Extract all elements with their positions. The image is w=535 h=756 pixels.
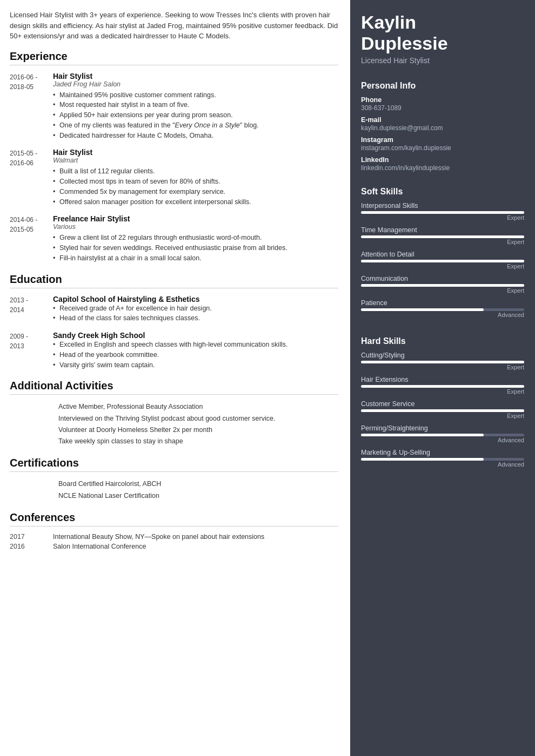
bullet-item: Head of the class for sales techniques c… [53,313,338,323]
skill-bar-bg [361,409,524,412]
entry: 2016-06 - 2018-05Hair StylistJaded Frog … [10,72,338,141]
entry-title: Hair Stylist [53,148,338,157]
bullet-item: Collected most tips in team of seven for… [53,177,338,187]
email-value: kaylin.duplessie@gmail.com [361,124,524,132]
skill-level: Advanced [361,437,524,443]
skill-bar-bg [361,260,524,262]
entry-date: 2016-06 - 2018-05 [10,72,53,141]
email-label: E-mail [361,116,524,124]
linkedin-label: LinkedIn [361,156,524,164]
skill-item: CommunicationExpert [361,275,524,294]
skill-item: Time ManagementExpert [361,226,524,245]
soft-skills-list: Interpersonal SkillsExpertTime Managemen… [361,202,524,318]
skill-item: PatienceAdvanced [361,299,524,318]
candidate-title: Licensed Hair Stylist [361,56,524,65]
skill-bar-bg [361,434,524,436]
bullet-item: Grew a client list of 22 regulars throug… [53,233,338,243]
activities-title: Additional Activities [10,380,338,395]
activities-list: Active Member, Professional Beauty Assoc… [58,401,338,447]
skill-name: Cutting/Styling [361,352,524,359]
entry-subtitle: Walmart [53,157,338,164]
activity-item: Volunteer at Doorly Homeless Shelter 2x … [58,424,338,436]
phone-value: 308-637-1089 [361,104,524,112]
skill-bar-fill [361,385,524,388]
conferences-section: Conferences 2017International Beauty Sho… [10,511,338,550]
skill-bar-fill [361,458,484,461]
experience-section: Experience 2016-06 - 2018-05Hair Stylist… [10,50,338,264]
bullet-item: Fill-in hairstylist at a chair in a smal… [53,253,338,264]
skill-bar-bg [361,284,524,287]
summary-text: Licensed Hair Stylist with 3+ years of e… [10,10,338,42]
skill-bar-fill [361,434,484,436]
skill-bar-fill [361,409,524,412]
skill-level: Expert [361,413,524,419]
skill-item: Perming/StraighteningAdvanced [361,424,524,443]
skill-name: Attention to Detail [361,251,524,258]
experience-entries: 2016-06 - 2018-05Hair StylistJaded Frog … [10,72,338,264]
entry-content: Freelance Hair StylistVariousGrew a clie… [53,214,338,263]
skill-name: Hair Extensions [361,376,524,383]
entry-bullets: Grew a client list of 22 regulars throug… [53,233,338,263]
bullet-item: Applied 50+ hair extensions per year dur… [53,110,338,120]
bullet-item: One of my clients was featured in the "E… [53,120,338,131]
skill-bar-fill [361,235,524,238]
personal-info-title: Personal Info [361,81,524,91]
skill-level: Expert [361,263,524,269]
skill-level: Expert [361,364,524,370]
entry-content: Sandy Creek High SchoolExcelled in Engli… [53,331,338,370]
skill-item: Customer ServiceExpert [361,400,524,419]
hard-skills-list: Cutting/StylingExpertHair ExtensionsExpe… [361,352,524,468]
certifications-list: Board Certified Haircolorist, ABCHNCLE N… [58,478,338,502]
bullet-item: Varsity girls' swim team captain. [53,360,338,370]
experience-title: Experience [10,50,338,65]
skill-name: Customer Service [361,400,524,408]
bullet-item: Commended 5x by management for exemplary… [53,187,338,197]
certifications-title: Certifications [10,457,338,472]
bullet-item: Built a list of 112 regular clients. [53,166,338,177]
skill-level: Expert [361,388,524,395]
hard-skills-section: Hard Skills Cutting/StylingExpertHair Ex… [350,329,535,478]
entry: 2014-06 - 2015-05Freelance Hair StylistV… [10,214,338,263]
activity-item: Take weekly spin classes to stay in shap… [58,436,338,447]
phone-label: Phone [361,96,524,104]
skill-level: Expert [361,287,524,294]
skill-bar-bg [361,458,524,461]
entry-date: 2014-06 - 2015-05 [10,214,53,263]
right-column: KaylinDuplessie Licensed Hair Stylist Pe… [350,0,535,756]
skill-name: Interpersonal Skills [361,202,524,210]
skill-item: Attention to DetailExpert [361,251,524,269]
entry-title: Sandy Creek High School [53,331,338,340]
entry-content: Capitol School of Hairstyling & Esthetic… [53,295,338,324]
bullet-item: Maintained 95% positive customer comment… [53,90,338,100]
entry-title: Hair Stylist [53,72,338,80]
bullet-item: Styled hair for seven weddings. Received… [53,243,338,253]
entry-title: Freelance Hair Stylist [53,214,338,223]
skill-bar-fill [361,260,524,262]
entry-bullets: Maintained 95% positive customer comment… [53,90,338,141]
skill-bar-bg [361,308,524,311]
instagram-value: instagram.com/kaylin.duplessie [361,144,524,152]
personal-info-section: Personal Info Phone 308-637-1089 E-mail … [350,73,535,179]
skill-bar-fill [361,308,484,311]
education-entries: 2013 - 2014Capitol School of Hairstyling… [10,295,338,370]
conference-year: 2017 [10,533,53,541]
entry-date: 2015-05 - 2016-06 [10,148,53,207]
entry: 2013 - 2014Capitol School of Hairstyling… [10,295,338,324]
skill-item: Cutting/StylingExpert [361,352,524,370]
skill-bar-bg [361,211,524,214]
entry-subtitle: Jaded Frog Hair Salon [53,80,338,88]
entry-subtitle: Various [53,223,338,231]
entry-date: 2009 - 2013 [10,331,53,370]
entry-content: Hair StylistWalmartBuilt a list of 112 r… [53,148,338,207]
entry-bullets: Built a list of 112 regular clients.Coll… [53,166,338,207]
certification-item: NCLE National Laser Certification [58,490,338,502]
skill-bar-fill [361,211,524,214]
conferences-title: Conferences [10,511,338,526]
activity-item: Active Member, Professional Beauty Assoc… [58,401,338,413]
skill-name: Communication [361,275,524,282]
bullet-item: Dedicated hairdresser for Haute C Models… [53,131,338,141]
conference-entry: 2016Salon International Conference [10,543,338,550]
conference-text: Salon International Conference [53,543,146,550]
entry-bullets: Received grade of A+ for excellence in h… [53,303,338,324]
skill-bar-fill [361,284,524,287]
